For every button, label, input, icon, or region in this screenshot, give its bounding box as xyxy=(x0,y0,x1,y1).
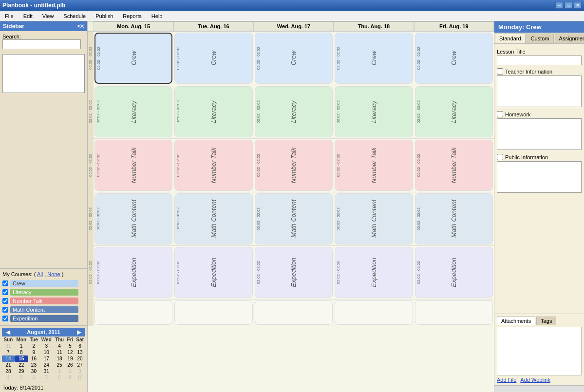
right-panel-scrollbar[interactable] xyxy=(494,385,584,392)
menu-item-edit[interactable]: Edit xyxy=(21,12,35,20)
prev-month-button[interactable]: ◀ xyxy=(4,329,12,336)
course-item-literacy[interactable]: Literacy xyxy=(2,288,85,297)
course-item-expedition[interactable]: Expedition xyxy=(2,314,85,323)
cal-day[interactable]: 1 xyxy=(53,368,65,374)
cal-day[interactable]: 20 xyxy=(75,355,85,362)
cal-day[interactable]: 3 xyxy=(75,368,85,374)
calendar-cell[interactable] xyxy=(335,300,413,325)
cal-day[interactable]: 10 xyxy=(39,349,53,355)
cal-day[interactable]: 4 xyxy=(2,374,15,381)
menu-item-publish[interactable]: Publish xyxy=(93,12,115,20)
cal-day[interactable]: 4 xyxy=(53,343,65,349)
calendar-cell[interactable]: 02:02 - 02:02Math Content xyxy=(255,193,333,244)
all-courses-link[interactable]: All xyxy=(37,271,43,277)
cal-day[interactable]: 18 xyxy=(53,355,65,362)
homework-checkbox[interactable] xyxy=(497,111,503,117)
cal-day[interactable]: 24 xyxy=(39,362,53,368)
cal-day[interactable]: 6 xyxy=(28,374,40,381)
cal-day[interactable]: 5 xyxy=(66,343,75,349)
calendar-cell[interactable]: 02:02 - 02:02Literacy xyxy=(174,86,252,137)
course-item-crew[interactable]: Crew xyxy=(2,279,85,288)
cal-day[interactable]: 3 xyxy=(39,343,53,349)
cal-day[interactable]: 11 xyxy=(53,349,65,355)
sidebar-collapse-button[interactable]: << xyxy=(77,23,84,30)
cal-day[interactable]: 14 xyxy=(2,355,15,362)
lesson-title-input[interactable] xyxy=(497,56,582,65)
calendar-cell[interactable] xyxy=(94,300,172,325)
homework-textarea[interactable] xyxy=(497,118,582,150)
maximize-button[interactable]: □ xyxy=(565,2,572,9)
calendar-cell[interactable]: 02:02 - 02:02Number Talk xyxy=(335,140,413,191)
calendar-cell[interactable]: 02:02 - 02:02Number Talk xyxy=(94,140,172,191)
right-tab-assignments[interactable]: Assignments xyxy=(555,34,584,43)
cal-day[interactable]: 5 xyxy=(15,374,28,381)
cal-day[interactable]: 8 xyxy=(15,349,28,355)
menu-item-file[interactable]: File xyxy=(2,12,16,20)
calendar-cell[interactable]: 02:02 - 02:02Expedition xyxy=(174,247,252,298)
course-item-math-content[interactable]: Math Content xyxy=(2,305,85,314)
calendar-cell[interactable]: 02:02 - 02:02Number Talk xyxy=(255,140,333,191)
cal-day[interactable]: 9 xyxy=(28,349,40,355)
cal-day[interactable]: 1 xyxy=(15,343,28,349)
course-checkbox-literacy[interactable] xyxy=(2,289,8,295)
calendar-cell[interactable]: 02:02 - 02:02Number Talk xyxy=(415,140,493,191)
calendar-cell[interactable]: 02:02 - 02:02Expedition xyxy=(94,247,172,298)
course-checkbox-math-content[interactable] xyxy=(2,307,8,313)
calendar-cell[interactable]: 02:02 - 02:02Literacy xyxy=(94,86,172,137)
cal-day[interactable]: 21 xyxy=(2,362,15,368)
calendar-cell[interactable]: 02:02 - 02:02Crew xyxy=(94,33,172,84)
course-item-number-talk[interactable]: Number Talk xyxy=(2,297,85,305)
cal-day[interactable]: 8 xyxy=(53,374,65,381)
cal-day[interactable]: 9 xyxy=(66,374,75,381)
menu-item-help[interactable]: Help xyxy=(149,12,165,20)
calendar-cell[interactable]: 02:02 - 02:02Expedition xyxy=(255,247,333,298)
teacher-info-checkbox[interactable] xyxy=(497,68,503,75)
course-checkbox-number-talk[interactable] xyxy=(2,298,8,304)
add-file-link[interactable]: Add File xyxy=(497,377,516,383)
cal-day[interactable]: 16 xyxy=(28,355,40,362)
calendar-cell[interactable]: 02:02 - 02:02Math Content xyxy=(335,193,413,244)
calendar-cell[interactable] xyxy=(255,300,333,325)
public-info-textarea[interactable] xyxy=(497,161,582,193)
cal-day[interactable]: 31 xyxy=(2,343,15,349)
calendar-cell[interactable]: 02:02 - 02:02Literacy xyxy=(335,86,413,137)
attach-tab-attachments[interactable]: Attachments xyxy=(497,317,535,325)
none-courses-link[interactable]: None xyxy=(47,271,60,277)
calendar-cell[interactable]: 02:02 - 02:02Math Content xyxy=(94,193,172,244)
add-weblink-link[interactable]: Add Weblink xyxy=(520,377,550,383)
menu-item-view[interactable]: View xyxy=(40,12,57,20)
cal-day[interactable]: 7 xyxy=(2,349,15,355)
menu-item-schedule[interactable]: Schedule xyxy=(61,12,88,20)
cal-day[interactable]: 19 xyxy=(66,355,75,362)
cal-day[interactable]: 31 xyxy=(39,368,53,374)
calendar-cell[interactable]: 02:02 - 02:02Crew xyxy=(255,33,333,84)
minimize-button[interactable]: ─ xyxy=(555,2,563,9)
cal-day[interactable]: 2 xyxy=(66,368,75,374)
cal-day[interactable]: 23 xyxy=(28,362,40,368)
menu-item-reports[interactable]: Reports xyxy=(120,12,144,20)
course-checkbox-expedition[interactable] xyxy=(2,316,8,321)
next-month-button[interactable]: ▶ xyxy=(75,329,83,336)
course-checkbox-crew[interactable] xyxy=(2,280,8,286)
public-info-checkbox[interactable] xyxy=(497,154,503,160)
cal-day[interactable]: 17 xyxy=(39,355,53,362)
search-input[interactable] xyxy=(2,39,81,49)
close-button[interactable]: ✕ xyxy=(574,2,582,9)
calendar-cell[interactable]: 02:02 - 02:02Expedition xyxy=(335,247,413,298)
cal-day[interactable]: 22 xyxy=(15,362,28,368)
right-tab-custom[interactable]: Custom xyxy=(527,34,554,43)
teacher-info-textarea[interactable] xyxy=(497,75,582,107)
cal-day[interactable]: 26 xyxy=(66,362,75,368)
calendar-cell[interactable]: 02:02 - 02:02Number Talk xyxy=(174,140,252,191)
calendar-cell[interactable]: 02:02 - 02:02Crew xyxy=(174,33,252,84)
cal-day[interactable]: 7 xyxy=(39,374,53,381)
calendar-cell[interactable]: 02:02 - 02:02Crew xyxy=(415,33,493,84)
cal-day[interactable]: 13 xyxy=(75,349,85,355)
calendar-cell[interactable]: 02:02 - 02:02Math Content xyxy=(415,193,493,244)
calendar-cell[interactable]: 02:02 - 02:02Math Content xyxy=(174,193,252,244)
attach-tab-tags[interactable]: Tags xyxy=(536,317,556,325)
cal-day[interactable]: 12 xyxy=(66,349,75,355)
right-tab-standard[interactable]: Standard xyxy=(495,34,526,43)
calendar-cell[interactable]: 02:02 - 02:02Expedition xyxy=(415,247,493,298)
calendar-cell[interactable] xyxy=(174,300,252,325)
